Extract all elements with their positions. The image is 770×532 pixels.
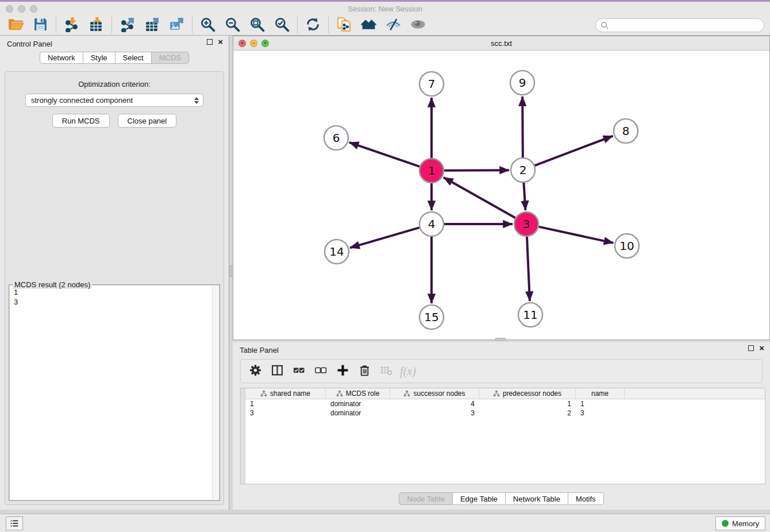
tab-network[interactable]: Network [40, 52, 83, 64]
graph-edge-2-3[interactable] [523, 183, 525, 210]
table-row[interactable]: 3dominator323 [245, 408, 765, 418]
tab-select[interactable]: Select [116, 52, 152, 64]
graph-edge-1-6[interactable] [349, 142, 419, 167]
horizontal-splitter-handle[interactable] [495, 338, 506, 341]
network-window-title: scc.txt [233, 39, 769, 48]
graph-node-6[interactable]: 6 [324, 126, 348, 150]
cell-shared-name[interactable]: 3 [245, 408, 326, 418]
tab-motifs[interactable]: Motifs [568, 492, 604, 505]
graph-edge-3-10[interactable] [538, 227, 613, 243]
column-header-shared-name[interactable]: shared name [245, 388, 326, 399]
svg-text:9: 9 [519, 76, 526, 90]
toggle-graphics-details-button[interactable] [381, 16, 406, 34]
zoom-selected-button[interactable] [270, 16, 294, 34]
delete-columns-button[interactable] [355, 362, 374, 380]
refresh-view-button[interactable] [301, 16, 325, 34]
show-columns-button[interactable] [267, 362, 287, 380]
cell-name[interactable]: 1 [576, 399, 625, 408]
tab-edge-table[interactable]: Edge Table [453, 492, 506, 505]
graph-edge-4-14[interactable] [350, 228, 419, 248]
table-body: 1dominator4113dominator323 [245, 399, 765, 418]
export-table-button[interactable] [140, 16, 164, 34]
column-header-name[interactable]: name [576, 388, 625, 399]
hierarchy-icon [403, 390, 410, 397]
select-all-columns-button[interactable] [289, 362, 309, 380]
graph-edge-2-8[interactable] [535, 136, 613, 166]
cell-shared-name[interactable]: 1 [245, 399, 326, 408]
criterion-select[interactable]: strongly connected component [25, 94, 203, 107]
tab-mcds[interactable]: MCDS [152, 52, 189, 64]
cell-successor-nodes[interactable]: 4 [390, 399, 479, 408]
tab-node-table[interactable]: Node Table [399, 492, 453, 505]
export-image-button[interactable] [164, 16, 189, 34]
table-row[interactable]: 1dominator411 [245, 399, 765, 408]
graph-edge-2-9[interactable] [522, 97, 523, 157]
float-table-panel-icon[interactable] [748, 345, 754, 351]
zoom-in-button[interactable] [195, 16, 220, 34]
task-history-button[interactable] [6, 516, 23, 530]
window-title: Session: New Session [0, 5, 770, 13]
zoom-in-icon [200, 17, 215, 34]
zoom-fit-button[interactable] [245, 16, 270, 34]
close-panel-button[interactable]: Close panel [118, 114, 177, 128]
cell-MCDS-role[interactable]: dominator [326, 408, 390, 418]
graph-node-4[interactable]: 4 [419, 212, 444, 236]
column-header-predecessor-nodes[interactable]: predecessor nodes [479, 388, 576, 399]
cell-predecessor-nodes[interactable]: 1 [479, 399, 576, 408]
cell-successor-nodes[interactable]: 3 [390, 408, 479, 418]
create-column-button[interactable] [333, 362, 352, 380]
graph-node-8[interactable]: 8 [614, 119, 638, 143]
graph-node-7[interactable]: 7 [419, 72, 444, 96]
import-table-button[interactable] [84, 16, 109, 34]
cell-predecessor-nodes[interactable]: 2 [479, 408, 576, 418]
home-button[interactable] [356, 16, 381, 34]
graph-node-2[interactable]: 2 [511, 158, 535, 182]
main-titlebar[interactable]: Session: New Session [0, 2, 770, 16]
hierarchy-icon [260, 390, 267, 397]
svg-text:7: 7 [428, 77, 436, 91]
cell-name[interactable]: 3 [576, 408, 625, 418]
close-table-panel-icon[interactable]: × [759, 345, 764, 351]
run-mcds-button[interactable]: Run MCDS [52, 114, 110, 128]
mcds-result-textarea[interactable]: 13 [9, 285, 220, 500]
graph-edge-1-2[interactable] [444, 170, 509, 171]
graph-node-14[interactable]: 14 [325, 240, 349, 264]
memory-button[interactable]: Memory [715, 516, 765, 530]
search-box[interactable] [595, 18, 764, 32]
vertical-splitter-handle[interactable] [229, 265, 232, 277]
graph-node-9[interactable]: 9 [510, 71, 534, 95]
tab-style[interactable]: Style [83, 52, 116, 64]
export-network-button[interactable] [115, 16, 140, 34]
birds-eye-view-button[interactable] [406, 16, 430, 34]
import-network-button[interactable] [59, 16, 84, 34]
mcds-result-title: MCDS result (2 nodes) [13, 280, 92, 289]
graph-node-15[interactable]: 15 [419, 305, 444, 329]
float-panel-icon[interactable] [207, 39, 213, 45]
table-mode-button[interactable] [245, 362, 265, 380]
open-session-button[interactable] [3, 16, 28, 34]
graph-node-11[interactable]: 11 [518, 303, 542, 327]
zoom-selected-icon [274, 17, 290, 34]
unselect-all-columns-button[interactable] [311, 362, 330, 380]
result-scrollbar[interactable] [212, 286, 218, 499]
tab-network-table[interactable]: Network Table [506, 492, 568, 505]
graph-node-1[interactable]: 1 [419, 159, 444, 183]
column-header-successor-nodes[interactable]: successor nodes [390, 388, 479, 399]
save-icon [33, 17, 48, 34]
search-input[interactable] [609, 20, 764, 31]
graph-node-3[interactable]: 3 [514, 212, 538, 236]
save-session-button[interactable] [28, 16, 53, 34]
close-panel-icon[interactable]: × [218, 39, 223, 45]
graph-node-10[interactable]: 10 [615, 234, 639, 258]
network-overview-button[interactable] [332, 16, 356, 34]
cell-MCDS-role[interactable]: dominator [326, 399, 390, 408]
control-panel-title: Control Panel [7, 40, 52, 48]
table-panel-title: Table Panel [240, 346, 279, 354]
network-canvas[interactable]: 7968124314101511 [233, 51, 769, 340]
graph-edge-3-1[interactable] [444, 178, 515, 218]
graph-edge-3-11[interactable] [527, 237, 530, 301]
zoom-out-button[interactable] [220, 16, 245, 34]
network-window-titlebar[interactable]: ×−+ scc.txt [233, 36, 769, 51]
hierarchy-icon [336, 390, 343, 397]
column-header-MCDS-role[interactable]: MCDS role [326, 388, 390, 399]
